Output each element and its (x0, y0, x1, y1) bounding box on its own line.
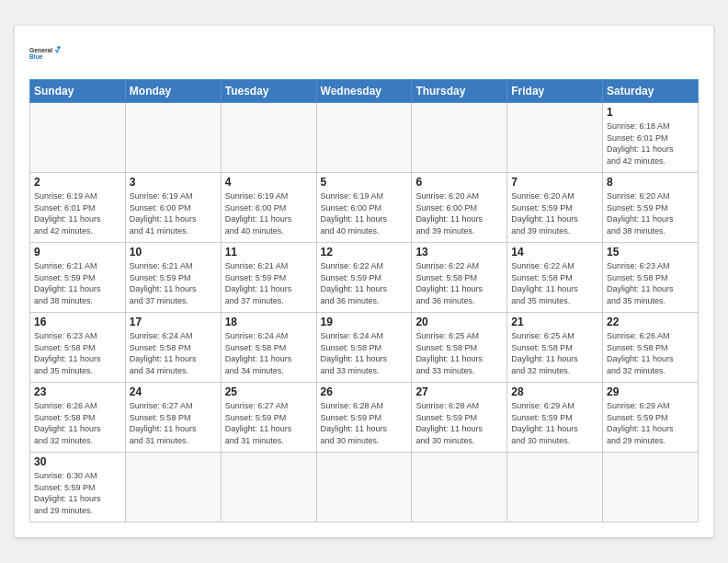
weekday-header-wednesday: Wednesday (316, 80, 412, 103)
day-info: Sunrise: 6:24 AM Sunset: 5:58 PM Dayligh… (321, 330, 408, 376)
week-row-2: 9Sunrise: 6:21 AM Sunset: 5:59 PM Daylig… (30, 243, 699, 313)
week-row-0: 1Sunrise: 6:18 AM Sunset: 6:01 PM Daylig… (30, 103, 699, 173)
calendar-grid: SundayMondayTuesdayWednesdayThursdayFrid… (29, 79, 699, 523)
day-cell: 11Sunrise: 6:21 AM Sunset: 5:59 PM Dayli… (221, 243, 316, 313)
weekday-header-tuesday: Tuesday (221, 80, 316, 103)
day-info: Sunrise: 6:20 AM Sunset: 5:59 PM Dayligh… (511, 190, 598, 236)
day-number: 25 (225, 385, 313, 398)
general-blue-logo-icon: GeneralBlue (29, 40, 63, 68)
day-info: Sunrise: 6:19 AM Sunset: 6:00 PM Dayligh… (321, 190, 408, 236)
day-number: 5 (321, 176, 408, 189)
day-cell (412, 453, 507, 523)
day-info: Sunrise: 6:20 AM Sunset: 6:00 PM Dayligh… (415, 190, 503, 236)
day-number: 19 (321, 316, 408, 328)
day-number: 17 (130, 316, 217, 328)
day-number: 8 (607, 176, 694, 189)
day-info: Sunrise: 6:19 AM Sunset: 6:00 PM Dayligh… (130, 190, 217, 236)
day-cell: 22Sunrise: 6:26 AM Sunset: 5:58 PM Dayli… (603, 313, 699, 383)
weekday-header-friday: Friday (507, 80, 603, 103)
day-cell: 16Sunrise: 6:23 AM Sunset: 5:58 PM Dayli… (30, 313, 126, 383)
day-info: Sunrise: 6:29 AM Sunset: 5:59 PM Dayligh… (511, 400, 598, 446)
day-cell: 20Sunrise: 6:25 AM Sunset: 5:58 PM Dayli… (412, 313, 507, 383)
day-cell: 19Sunrise: 6:24 AM Sunset: 5:58 PM Dayli… (316, 313, 412, 383)
day-number: 4 (225, 176, 313, 189)
day-info: Sunrise: 6:22 AM Sunset: 5:59 PM Dayligh… (321, 260, 408, 306)
day-number: 30 (34, 455, 121, 468)
day-info: Sunrise: 6:27 AM Sunset: 5:58 PM Dayligh… (130, 400, 217, 446)
day-number: 7 (511, 176, 598, 189)
day-info: Sunrise: 6:19 AM Sunset: 6:01 PM Dayligh… (34, 190, 121, 236)
weekday-header-saturday: Saturday (603, 80, 699, 103)
day-cell (316, 103, 412, 173)
day-info: Sunrise: 6:26 AM Sunset: 5:58 PM Dayligh… (34, 400, 121, 446)
week-row-1: 2Sunrise: 6:19 AM Sunset: 6:01 PM Daylig… (30, 173, 699, 243)
day-cell: 24Sunrise: 6:27 AM Sunset: 5:58 PM Dayli… (125, 383, 221, 453)
day-cell (30, 103, 126, 173)
day-info: Sunrise: 6:26 AM Sunset: 5:58 PM Dayligh… (607, 330, 694, 376)
day-cell: 7Sunrise: 6:20 AM Sunset: 5:59 PM Daylig… (507, 173, 603, 243)
day-cell (125, 453, 221, 523)
day-number: 26 (321, 385, 408, 398)
calendar-container: GeneralBlue SundayMondayTuesdayWednesday… (15, 26, 713, 537)
day-cell: 10Sunrise: 6:21 AM Sunset: 5:59 PM Dayli… (125, 243, 221, 313)
day-info: Sunrise: 6:23 AM Sunset: 5:58 PM Dayligh… (34, 330, 121, 376)
day-cell: 27Sunrise: 6:28 AM Sunset: 5:59 PM Dayli… (412, 383, 507, 453)
day-cell: 1Sunrise: 6:18 AM Sunset: 6:01 PM Daylig… (603, 103, 699, 173)
day-number: 9 (34, 246, 121, 259)
day-number: 11 (225, 246, 313, 259)
day-info: Sunrise: 6:20 AM Sunset: 5:59 PM Dayligh… (607, 190, 694, 236)
weekday-header-monday: Monday (125, 80, 221, 103)
day-info: Sunrise: 6:25 AM Sunset: 5:58 PM Dayligh… (415, 330, 503, 376)
day-number: 15 (607, 246, 694, 259)
logo: GeneralBlue (29, 40, 63, 68)
day-number: 20 (415, 316, 503, 328)
day-info: Sunrise: 6:28 AM Sunset: 5:59 PM Dayligh… (321, 400, 408, 446)
svg-text:General: General (29, 47, 52, 53)
day-cell (507, 453, 603, 523)
day-number: 1 (607, 106, 694, 119)
day-cell: 4Sunrise: 6:19 AM Sunset: 6:00 PM Daylig… (221, 173, 316, 243)
day-cell: 12Sunrise: 6:22 AM Sunset: 5:59 PM Dayli… (316, 243, 412, 313)
svg-marker-2 (57, 46, 61, 50)
day-cell: 14Sunrise: 6:22 AM Sunset: 5:58 PM Dayli… (507, 243, 603, 313)
day-info: Sunrise: 6:25 AM Sunset: 5:58 PM Dayligh… (511, 330, 598, 376)
day-number: 21 (511, 316, 598, 328)
week-row-3: 16Sunrise: 6:23 AM Sunset: 5:58 PM Dayli… (30, 313, 699, 383)
day-cell (221, 453, 316, 523)
svg-marker-3 (54, 50, 59, 54)
day-cell (412, 103, 507, 173)
day-cell (316, 453, 412, 523)
day-info: Sunrise: 6:19 AM Sunset: 6:00 PM Dayligh… (225, 190, 313, 236)
day-cell (507, 103, 603, 173)
day-cell: 2Sunrise: 6:19 AM Sunset: 6:01 PM Daylig… (30, 173, 126, 243)
day-info: Sunrise: 6:24 AM Sunset: 5:58 PM Dayligh… (225, 330, 313, 376)
day-info: Sunrise: 6:30 AM Sunset: 5:59 PM Dayligh… (34, 470, 121, 516)
day-info: Sunrise: 6:24 AM Sunset: 5:58 PM Dayligh… (130, 330, 217, 376)
day-number: 28 (511, 385, 598, 398)
day-number: 3 (130, 176, 217, 189)
day-info: Sunrise: 6:18 AM Sunset: 6:01 PM Dayligh… (607, 121, 694, 167)
weekday-header-row: SundayMondayTuesdayWednesdayThursdayFrid… (30, 80, 699, 103)
day-cell (221, 103, 316, 173)
day-info: Sunrise: 6:22 AM Sunset: 5:58 PM Dayligh… (511, 260, 598, 306)
day-cell: 23Sunrise: 6:26 AM Sunset: 5:58 PM Dayli… (30, 383, 126, 453)
day-cell: 3Sunrise: 6:19 AM Sunset: 6:00 PM Daylig… (125, 173, 221, 243)
day-number: 10 (130, 246, 217, 259)
day-cell (125, 103, 221, 173)
day-cell: 30Sunrise: 6:30 AM Sunset: 5:59 PM Dayli… (30, 453, 126, 523)
day-cell: 5Sunrise: 6:19 AM Sunset: 6:00 PM Daylig… (316, 173, 412, 243)
day-cell: 26Sunrise: 6:28 AM Sunset: 5:59 PM Dayli… (316, 383, 412, 453)
svg-text:Blue: Blue (29, 53, 43, 60)
day-number: 23 (34, 385, 121, 398)
day-info: Sunrise: 6:23 AM Sunset: 5:58 PM Dayligh… (607, 260, 694, 306)
day-cell (603, 453, 699, 523)
day-info: Sunrise: 6:29 AM Sunset: 5:59 PM Dayligh… (607, 400, 694, 446)
day-cell: 21Sunrise: 6:25 AM Sunset: 5:58 PM Dayli… (507, 313, 603, 383)
day-number: 13 (415, 246, 503, 259)
day-number: 22 (607, 316, 694, 328)
day-number: 2 (34, 176, 121, 189)
day-info: Sunrise: 6:22 AM Sunset: 5:58 PM Dayligh… (415, 260, 503, 306)
day-info: Sunrise: 6:21 AM Sunset: 5:59 PM Dayligh… (130, 260, 217, 306)
day-number: 18 (225, 316, 313, 328)
header: GeneralBlue (29, 40, 699, 68)
